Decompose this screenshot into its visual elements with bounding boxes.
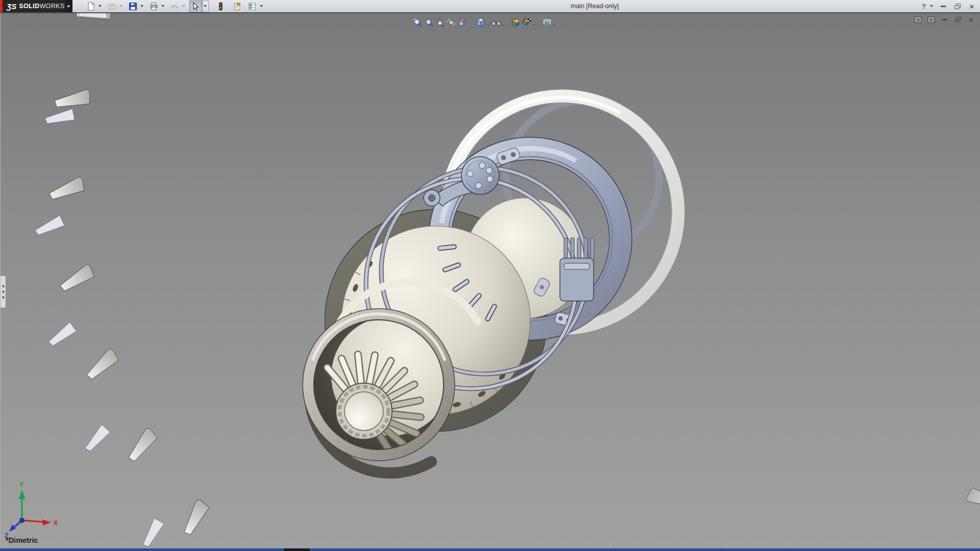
hide-show-items-button[interactable] xyxy=(491,16,502,29)
undo-button[interactable] xyxy=(168,1,181,12)
titlebar-window-controls: ? × xyxy=(920,0,976,12)
edit-appearance-button[interactable] xyxy=(510,16,521,29)
select-tool-dropdown[interactable] xyxy=(202,1,209,12)
connector-block xyxy=(560,238,594,301)
collapse-right-pane-button[interactable]: ▸ xyxy=(927,16,936,23)
eyeglasses-icon xyxy=(491,17,502,28)
main-toolbar xyxy=(85,1,267,12)
hide-show-items-dropdown[interactable] xyxy=(502,24,505,26)
view-orientation-label: *Dimetric xyxy=(6,536,38,544)
view-orientation-dropdown[interactable] xyxy=(486,24,489,26)
help-dropdown[interactable] xyxy=(930,5,933,7)
window-title: main [Read-only] xyxy=(571,0,619,12)
rotate-view-icon xyxy=(446,17,456,28)
nozzle-hub xyxy=(336,383,392,439)
stoplight-icon xyxy=(216,2,225,11)
menu-flyout-arrow[interactable]: ▶ xyxy=(66,0,72,12)
open-dropdown[interactable] xyxy=(118,1,124,12)
solidworks-logo-glyph: ƷS xyxy=(7,2,16,11)
print-dropdown[interactable] xyxy=(160,1,166,12)
rotate-view-button[interactable] xyxy=(446,16,457,29)
section-view-button[interactable] xyxy=(457,16,468,29)
options-dropdown[interactable] xyxy=(259,1,264,12)
file-properties-icon xyxy=(233,2,242,11)
minimize-button[interactable] xyxy=(939,2,947,11)
taskbar-highlight xyxy=(0,548,980,548)
view-settings-dropdown[interactable] xyxy=(553,24,556,26)
triad-x-label: X xyxy=(54,519,58,527)
reference-triad: Y X Z xyxy=(3,479,64,540)
close-button[interactable]: × xyxy=(968,2,976,11)
view-settings-button[interactable] xyxy=(542,16,553,29)
os-taskbar-sliver[interactable] xyxy=(0,548,980,551)
previous-view-button[interactable] xyxy=(434,16,446,29)
taskbar-separator xyxy=(615,548,616,551)
collapse-left-pane-button[interactable]: ◂ xyxy=(914,16,922,23)
help-button[interactable]: ? xyxy=(920,2,928,11)
headsup-view-toolbar xyxy=(412,16,557,29)
select-tool-button[interactable] xyxy=(189,1,202,12)
save-floppy-icon xyxy=(129,2,137,11)
taskbar-button[interactable] xyxy=(284,548,310,551)
view-cube-icon xyxy=(476,17,486,28)
triad-y-label: Y xyxy=(19,481,23,488)
chevron-left-icon xyxy=(2,285,4,288)
engine-model xyxy=(34,13,980,548)
zoom-to-area-icon xyxy=(424,17,434,28)
file-properties-button[interactable] xyxy=(231,1,244,12)
options-checklist-icon xyxy=(248,2,257,11)
brand-text-light: WORKS xyxy=(39,3,64,10)
taskbar-separator xyxy=(721,548,721,551)
chevron-left-icon xyxy=(2,296,4,299)
titlebar: ƷS SOLID WORKS ▶ xyxy=(0,0,980,13)
taskbar-separator xyxy=(310,548,311,551)
new-document-icon xyxy=(87,2,95,11)
doc-close-button[interactable]: × xyxy=(967,16,975,23)
save-button[interactable] xyxy=(127,1,139,12)
options-button[interactable] xyxy=(246,1,259,12)
new-document-dropdown[interactable] xyxy=(97,1,103,12)
zoom-to-fit-button[interactable] xyxy=(412,16,423,29)
feature-panel-tab[interactable] xyxy=(1,276,6,308)
view-settings-icon xyxy=(542,17,552,28)
rebuild-button[interactable] xyxy=(214,1,227,12)
previous-view-icon xyxy=(435,17,445,28)
apply-scene-dropdown[interactable] xyxy=(532,24,535,26)
zoom-to-area-button[interactable] xyxy=(423,16,434,29)
chevron-left-icon xyxy=(2,290,4,293)
save-dropdown[interactable] xyxy=(139,1,145,12)
section-view-icon xyxy=(457,17,468,28)
document-window-controls: ◂ ▸ × xyxy=(914,16,975,23)
zoom-to-fit-icon xyxy=(412,17,423,28)
restore-button[interactable] xyxy=(953,2,962,11)
taskbar-separator xyxy=(790,548,791,551)
apply-scene-icon xyxy=(522,17,532,28)
open-button[interactable] xyxy=(106,1,118,12)
undo-arrow-icon xyxy=(170,2,179,11)
doc-restore-button[interactable] xyxy=(953,16,962,23)
open-folder-icon xyxy=(108,2,116,11)
appearance-ball-icon xyxy=(510,17,521,28)
select-cursor-icon xyxy=(191,2,200,11)
3d-viewport[interactable] xyxy=(1,13,980,548)
graphics-area: ◂ ▸ × Y X Z *Dimetric xyxy=(0,13,980,548)
solidworks-logo: ƷS SOLID WORKS xyxy=(3,0,66,12)
undo-dropdown[interactable] xyxy=(181,1,187,12)
new-document-button[interactable] xyxy=(85,1,97,12)
print-button[interactable] xyxy=(148,1,160,12)
doc-minimize-button[interactable] xyxy=(940,16,949,23)
brand-text-bold: SOLID xyxy=(19,3,39,10)
apply-scene-button[interactable] xyxy=(521,16,532,29)
view-orientation-button[interactable] xyxy=(475,16,486,29)
printer-icon xyxy=(150,2,158,11)
